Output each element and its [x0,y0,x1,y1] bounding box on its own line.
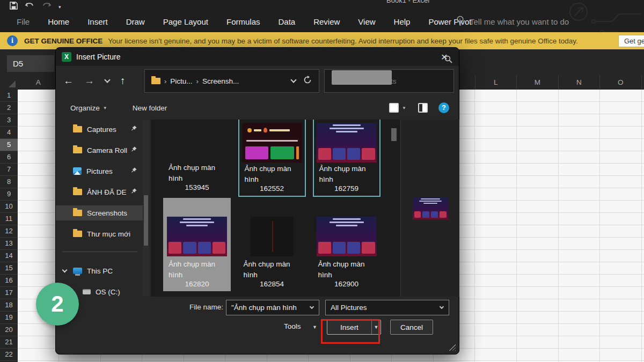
row-header-4[interactable]: 4 [0,127,18,139]
row-header-13[interactable]: 13 [0,238,18,250]
row-header-19[interactable]: 19 [0,312,18,324]
row-header-16[interactable]: 16 [0,275,18,287]
view-dropdown-icon[interactable]: ▼ [402,106,406,110]
redo-icon[interactable] [42,2,51,10]
file-name-combobox[interactable]: "Ảnh chụp màn hình [226,300,319,315]
cancel-button[interactable]: Cancel [390,320,433,335]
file-item-162552[interactable]: Ảnh chụp màn hình162552 [238,120,306,197]
dialog-titlebar[interactable]: X Insert Picture × [56,48,459,66]
file-item-162900[interactable]: Ảnh chụp màn hình162900 [313,198,380,291]
ribbon-tab-insert[interactable]: Insert [78,17,117,26]
file-list-scrollbar[interactable] [391,128,397,141]
dialog-resize-grip[interactable] [449,344,456,351]
customize-toolbar-icon[interactable]: ▾ [58,4,61,10]
info-icon: i [7,35,18,46]
cell-name-box[interactable]: D5 [7,55,54,72]
ribbon-tab-help[interactable]: Help [385,17,420,26]
dialog-toolbar: Organize ▼ New folder ▼ ? [56,99,459,117]
sidebar-item-pictures[interactable]: Pictures [56,164,143,179]
row-header-8[interactable]: 8 [0,176,18,188]
row-header-7[interactable]: 7 [0,164,18,176]
sidebar-item--nh-de[interactable]: ẢNH ĐÃ DE [56,184,143,200]
banner-message: Your license isn't genuine, and you may … [108,37,578,45]
file-type-combobox[interactable]: All Pictures [325,300,449,315]
sidebar-item-this-pc[interactable]: This PC [56,263,143,278]
ribbon-tab-home[interactable]: Home [39,17,78,26]
column-header-N[interactable]: N [559,75,601,90]
sidebar-item-screenshots[interactable]: Screenshots [56,205,143,220]
sidebar-scrollbar-thumb[interactable] [144,195,148,246]
change-view-icon[interactable] [389,103,399,113]
folder-icon [73,231,82,237]
breadcrumb-pictures[interactable]: Pictu... [170,77,192,85]
row-header-3[interactable]: 3 [0,114,18,127]
up-arrow-icon[interactable]: ↑ [120,75,126,87]
organize-dropdown-icon: ▼ [103,106,107,110]
file-name-line: Ảnh chụp màn hình [163,258,231,280]
address-bar[interactable]: › Pictu... › Screensh... [144,69,319,93]
sidebar-item-th-m-c-m-i[interactable]: Thư mục mới [56,226,143,241]
address-dropdown-chevron-icon[interactable] [290,77,296,83]
file-thumbnail [242,123,302,162]
ribbon-tab-file[interactable]: File [8,17,39,26]
file-item-162759[interactable]: Ảnh chụp màn hình162759 [313,120,380,197]
sidebar-scrollbar[interactable] [143,120,149,297]
get-genuine-office-button[interactable]: Get genuine Office [618,35,644,47]
row-header-5[interactable]: 5 [0,139,18,151]
sidebar-item-captures[interactable]: Captures [56,122,143,137]
tell-me-box[interactable]: Tell me what you want to do [456,12,569,31]
refresh-icon[interactable] [303,76,312,86]
row-header-11[interactable]: 11 [0,213,18,225]
row-header-21[interactable]: 21 [0,336,18,349]
row-header-22[interactable]: 22 [0,349,18,361]
file-name-dropdown-chevron-icon[interactable] [310,304,314,308]
file-type-dropdown-chevron-icon[interactable] [440,304,444,308]
select-all-corner[interactable] [0,75,18,90]
new-folder-button[interactable]: New folder [133,104,167,112]
row-header-20[interactable]: 20 [0,324,18,336]
tools-menu[interactable]: Tools [284,322,301,330]
excel-window: ▾ Book1 - Excel FileHomeInsertDrawPage L… [0,0,644,362]
preview-pane-icon[interactable] [418,103,428,113]
row-header-10[interactable]: 10 [0,201,18,213]
row-header-17[interactable]: 17 [0,287,18,299]
forward-arrow-icon[interactable]: → [84,75,94,87]
row-header-12[interactable]: 12 [0,225,18,238]
undo-icon[interactable] [25,2,34,10]
sidebar-item-camera-roll[interactable]: Camera Roll [56,143,143,158]
column-header-M[interactable]: M [517,75,559,90]
row-header-9[interactable]: 9 [0,188,18,201]
ribbon-tab-formulas[interactable]: Formulas [217,17,269,26]
ribbon-tab-page-layout[interactable]: Page Layout [154,17,217,26]
ribbon-tab-data[interactable]: Data [269,17,304,26]
save-icon[interactable] [10,2,18,10]
column-header-A[interactable]: A [18,75,60,90]
file-item-153945[interactable]: Ảnh chụp màn hình153945 [163,120,231,195]
file-thumbnail [251,217,294,256]
column-header-O[interactable]: O [600,75,642,90]
back-arrow-icon[interactable]: ← [63,75,74,87]
pictures-icon [73,167,82,175]
ribbon-tab-draw[interactable]: Draw [117,17,154,26]
row-header-18[interactable]: 18 [0,299,18,312]
file-item-162854[interactable]: Ảnh chụp màn hình162854 [238,198,306,291]
row-header-2[interactable]: 2 [0,102,18,114]
file-item-162820[interactable]: Ảnh chụp màn hình162820 [163,198,231,291]
ribbon-tab-view[interactable]: View [349,17,384,26]
breadcrumb-screenshots[interactable]: Screensh... [202,77,239,85]
file-number: 162552 [239,184,305,196]
organize-menu[interactable]: Organize [70,104,100,112]
sidebar-item-label: ẢNH ĐÃ DE [87,188,127,196]
row-header-15[interactable]: 15 [0,262,18,275]
row-header-6[interactable]: 6 [0,151,18,164]
navigation-sidebar: CapturesCamera RollPicturesẢNH ĐÃ DEScre… [56,120,143,297]
help-icon[interactable]: ? [438,102,449,113]
ribbon-tab-review[interactable]: Review [304,17,349,26]
expander-chevron-icon[interactable] [62,268,68,273]
row-header-1[interactable]: 1 [0,90,18,102]
column-header-L[interactable]: L [475,75,517,90]
recent-locations-chevron-icon[interactable] [104,77,110,83]
row-header-14[interactable]: 14 [0,250,18,262]
search-icon[interactable] [444,55,452,65]
window-title: Book1 - Excel [386,0,429,4]
